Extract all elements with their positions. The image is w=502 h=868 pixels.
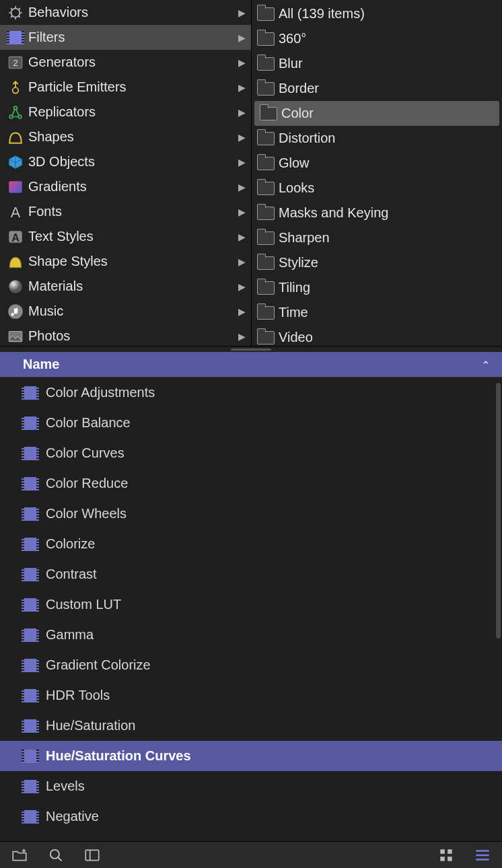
chevron-right-icon: ▶ bbox=[238, 32, 246, 43]
list-item[interactable]: Color Balance bbox=[0, 408, 502, 438]
category-generators[interactable]: 2Generators▶ bbox=[0, 50, 251, 75]
category-gradients[interactable]: Gradients▶ bbox=[0, 174, 251, 199]
chevron-right-icon: ▶ bbox=[238, 157, 246, 168]
list-item[interactable]: Levels bbox=[0, 771, 502, 801]
sidebar-toggle-button[interactable] bbox=[83, 846, 101, 864]
category-3d-objects[interactable]: 3D Objects▶ bbox=[0, 149, 251, 174]
filter-icon bbox=[20, 748, 40, 764]
subcategory-360[interactable]: 360° bbox=[252, 26, 502, 51]
gear-icon bbox=[5, 3, 26, 22]
list-item[interactable]: Negative bbox=[0, 801, 502, 832]
list-item[interactable]: Color Curves bbox=[0, 438, 502, 468]
pane-resize-handle[interactable] bbox=[0, 347, 502, 352]
svg-point-4 bbox=[9, 115, 13, 118]
filter-icon bbox=[20, 779, 40, 795]
list-item[interactable]: Colorize bbox=[0, 529, 502, 559]
list-item-label: Color Curves bbox=[46, 445, 124, 461]
subcategory-looks[interactable]: Looks bbox=[252, 176, 502, 201]
list-item[interactable]: Gamma bbox=[0, 620, 502, 650]
filter-icon bbox=[20, 597, 40, 613]
category-filters[interactable]: Filters▶ bbox=[0, 25, 251, 50]
svg-point-5 bbox=[18, 115, 22, 118]
subcategory-label: Glow bbox=[279, 155, 498, 171]
folder-icon bbox=[256, 204, 276, 223]
list-view-button[interactable] bbox=[474, 846, 491, 864]
list-item-label: Levels bbox=[46, 779, 85, 794]
svg-point-15 bbox=[50, 849, 59, 858]
filter-icon bbox=[20, 718, 40, 734]
list-item-label: Color Reduce bbox=[46, 476, 128, 491]
chevron-right-icon: ▶ bbox=[238, 57, 246, 68]
filmstrip-icon bbox=[5, 28, 26, 47]
chevron-right-icon: ▶ bbox=[238, 182, 246, 192]
category-music[interactable]: Music▶ bbox=[0, 299, 251, 324]
category-label: Replicators bbox=[28, 104, 236, 120]
subcategory-border[interactable]: Border bbox=[252, 76, 502, 101]
list-item[interactable]: Hue/Saturation bbox=[0, 711, 502, 741]
subcategory-video[interactable]: Video bbox=[252, 325, 502, 346]
category-text-styles[interactable]: AText Styles▶ bbox=[0, 224, 251, 249]
scrollbar[interactable] bbox=[496, 383, 501, 639]
chevron-right-icon: ▶ bbox=[238, 306, 246, 317]
subcategory-label: Color bbox=[281, 106, 495, 121]
list-item[interactable]: Gradient Colorize bbox=[0, 650, 502, 680]
list-header[interactable]: Name ⌃ bbox=[0, 352, 502, 377]
chevron-right-icon: ▶ bbox=[238, 331, 246, 342]
category-fonts[interactable]: AFonts▶ bbox=[0, 199, 251, 224]
subcategory-label: Sharpen bbox=[279, 230, 498, 246]
category-replicators[interactable]: Replicators▶ bbox=[0, 100, 251, 124]
list-item-label: Color Balance bbox=[46, 415, 131, 431]
subcategory-label: Masks and Keying bbox=[279, 205, 498, 221]
gradient-icon bbox=[5, 178, 26, 196]
sphere-icon bbox=[5, 277, 26, 296]
filter-icon bbox=[20, 536, 40, 552]
category-shape-styles[interactable]: Shape Styles▶ bbox=[0, 249, 251, 274]
category-label: Generators bbox=[28, 55, 236, 70]
category-materials[interactable]: Materials▶ bbox=[0, 274, 251, 299]
sort-indicator-icon: ⌃ bbox=[482, 359, 490, 370]
list-item-label: Contrast bbox=[46, 567, 97, 582]
list-item-label: HDR Tools bbox=[46, 688, 110, 703]
library-browser: Behaviors▶Filters▶2Generators▶Particle E… bbox=[0, 0, 502, 347]
svg-rect-19 bbox=[440, 849, 445, 854]
subcategory-time[interactable]: Time bbox=[252, 300, 502, 325]
grid-view-button[interactable] bbox=[437, 846, 455, 864]
folder-icon bbox=[258, 104, 279, 123]
subcategory-masks-keying[interactable]: Masks and Keying bbox=[252, 201, 502, 225]
list-item[interactable]: Color Wheels bbox=[0, 499, 502, 529]
subcategory-label: Looks bbox=[279, 180, 498, 196]
chevron-right-icon: ▶ bbox=[238, 82, 246, 93]
list-item[interactable]: Color Reduce bbox=[0, 468, 502, 499]
subcategory-all[interactable]: All (139 items) bbox=[252, 1, 502, 26]
subcategory-color[interactable]: Color bbox=[254, 101, 499, 126]
list-item[interactable]: Custom LUT bbox=[0, 589, 502, 620]
svg-point-3 bbox=[13, 87, 19, 94]
filter-icon bbox=[20, 657, 40, 674]
category-label: Shapes bbox=[28, 129, 236, 145]
category-particle-emitters[interactable]: Particle Emitters▶ bbox=[0, 75, 251, 100]
category-photos[interactable]: Photos▶ bbox=[0, 324, 251, 346]
column-header-name[interactable]: Name bbox=[23, 357, 482, 372]
search-button[interactable] bbox=[47, 846, 65, 864]
subcategory-blur[interactable]: Blur bbox=[252, 51, 502, 76]
bottom-toolbar bbox=[0, 841, 502, 868]
category-shapes[interactable]: Shapes▶ bbox=[0, 124, 251, 149]
sparkle-icon bbox=[5, 78, 26, 97]
subcategory-distortion[interactable]: Distortion bbox=[252, 126, 502, 151]
subcategory-stylize[interactable]: Stylize bbox=[252, 250, 502, 275]
subcategory-glow[interactable]: Glow bbox=[252, 151, 502, 176]
new-folder-button[interactable] bbox=[11, 846, 28, 864]
list-item-label: Gamma bbox=[46, 627, 94, 643]
list-item[interactable]: HDR Tools bbox=[0, 680, 502, 711]
category-behaviors[interactable]: Behaviors▶ bbox=[0, 0, 251, 25]
subcategory-sharpen[interactable]: Sharpen bbox=[252, 225, 502, 250]
shape-icon bbox=[5, 128, 26, 147]
category-label: Behaviors bbox=[28, 5, 236, 20]
list-item-label: Hue/Saturation Curves bbox=[46, 748, 191, 764]
folder-icon bbox=[256, 5, 276, 24]
list-item[interactable]: Hue/Saturation Curves bbox=[0, 741, 502, 771]
svg-rect-22 bbox=[447, 857, 452, 861]
list-item[interactable]: Contrast bbox=[0, 559, 502, 589]
subcategory-tiling[interactable]: Tiling bbox=[252, 275, 502, 300]
list-item[interactable]: Color Adjustments bbox=[0, 377, 502, 408]
